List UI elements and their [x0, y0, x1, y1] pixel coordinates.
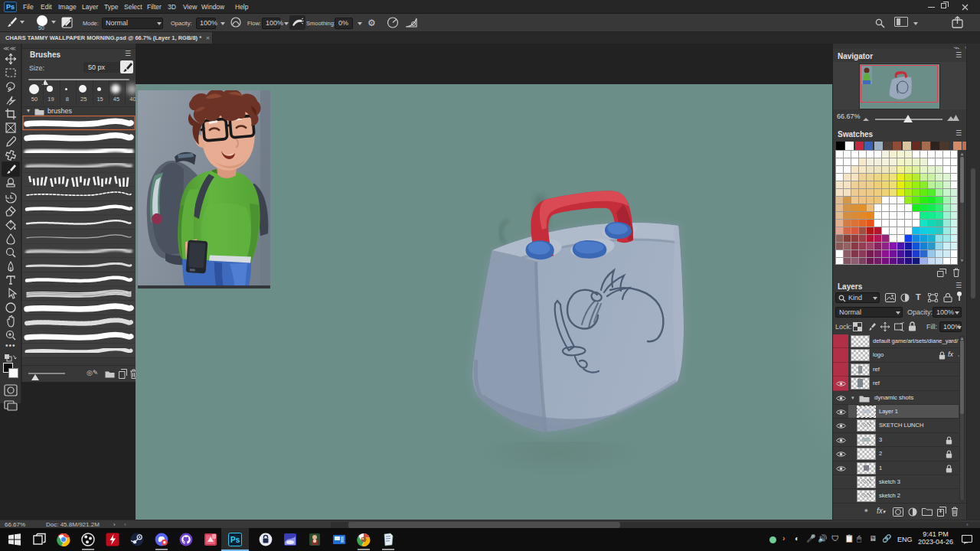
svg-text:Ps: Ps: [230, 536, 240, 544]
